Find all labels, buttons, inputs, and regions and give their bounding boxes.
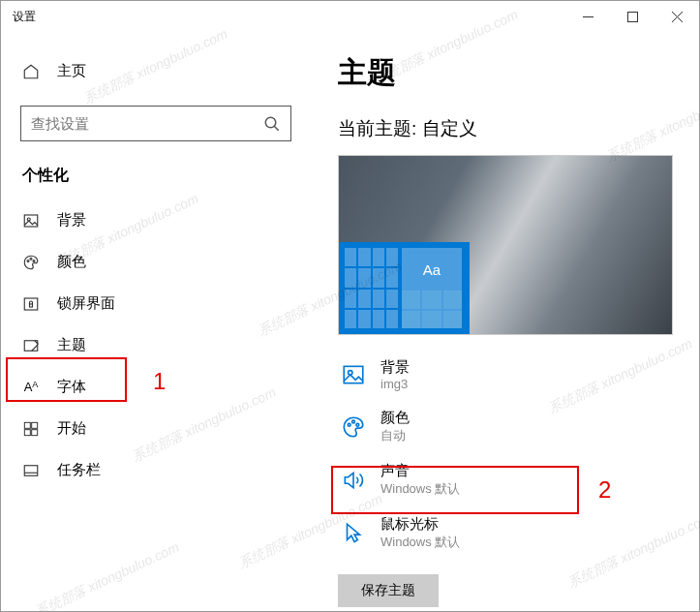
svg-point-4: [265, 117, 276, 128]
sidebar-item-label: 任务栏: [57, 461, 101, 479]
palette-icon: [22, 254, 40, 271]
palette-icon: [340, 413, 367, 441]
svg-rect-16: [24, 429, 30, 435]
sidebar: 主页 个性化 背景 颜色 锁屏界面: [1, 32, 311, 611]
sidebar-item-label: 锁屏界面: [57, 294, 115, 313]
window-title: 设置: [1, 9, 36, 25]
svg-rect-18: [24, 465, 38, 475]
svg-rect-17: [32, 429, 38, 435]
maximize-button[interactable]: [610, 1, 654, 32]
preview-desktop: Aa: [339, 242, 470, 334]
cursor-icon: [340, 520, 367, 547]
theme-preview[interactable]: Aa: [338, 155, 673, 335]
current-theme-label: 当前主题: 自定义: [338, 116, 672, 141]
sidebar-item-themes[interactable]: 主题: [1, 324, 311, 366]
prop-background[interactable]: 背景 img3: [338, 352, 672, 397]
svg-point-23: [352, 420, 355, 423]
prop-label: 声音: [380, 462, 460, 480]
svg-rect-15: [32, 422, 38, 428]
sidebar-item-label: 主题: [57, 336, 86, 354]
close-button[interactable]: [654, 1, 699, 32]
page-title: 主题: [338, 53, 672, 93]
picture-icon: [22, 212, 40, 230]
svg-point-9: [30, 258, 32, 260]
lockscreen-icon: [22, 295, 40, 313]
category-label: 个性化: [1, 166, 311, 199]
home-link[interactable]: 主页: [1, 56, 311, 86]
window-controls: [565, 1, 699, 32]
sidebar-item-label: 开始: [57, 419, 86, 438]
prop-value: Windows 默认: [380, 480, 460, 498]
prop-value: img3: [380, 377, 410, 391]
prop-label: 鼠标光标: [380, 515, 460, 534]
svg-point-22: [348, 423, 350, 426]
prop-sound[interactable]: 声音 Windows 默认: [338, 456, 672, 504]
svg-point-8: [27, 260, 29, 261]
sidebar-item-label: 颜色: [57, 253, 86, 271]
svg-rect-6: [24, 215, 38, 227]
svg-rect-20: [344, 366, 363, 382]
home-icon: [22, 63, 40, 80]
start-icon: [22, 421, 40, 437]
svg-line-5: [274, 126, 279, 131]
svg-point-24: [356, 423, 359, 426]
sidebar-item-colors[interactable]: 颜色: [1, 241, 311, 283]
home-label: 主页: [57, 62, 86, 80]
search-box[interactable]: [20, 106, 291, 141]
sound-icon: [340, 467, 367, 494]
sidebar-item-background[interactable]: 背景: [1, 199, 311, 241]
theme-icon: [22, 337, 40, 354]
prop-value: Windows 默认: [380, 534, 460, 551]
sidebar-item-fonts[interactable]: AA 字体: [1, 366, 311, 408]
taskbar-icon: [22, 462, 40, 479]
sidebar-item-taskbar[interactable]: 任务栏: [1, 449, 311, 491]
prop-cursor[interactable]: 鼠标光标 Windows 默认: [338, 509, 672, 557]
sidebar-item-label: 背景: [57, 211, 86, 230]
prop-color[interactable]: 颜色 自动: [338, 403, 672, 450]
sidebar-item-label: 字体: [57, 378, 86, 396]
prop-value: 自动: [380, 427, 410, 444]
search-input[interactable]: [31, 115, 263, 132]
svg-rect-12: [30, 304, 33, 307]
sidebar-item-lockscreen[interactable]: 锁屏界面: [1, 283, 311, 324]
preview-aa: Aa: [402, 248, 462, 291]
save-theme-button[interactable]: 保存主题: [338, 574, 439, 607]
picture-icon: [340, 361, 367, 388]
prop-label: 背景: [380, 358, 410, 377]
search-icon: [263, 115, 281, 133]
svg-point-10: [33, 260, 35, 261]
svg-rect-1: [627, 12, 637, 21]
minimize-button[interactable]: [565, 1, 610, 32]
title-bar: 设置: [1, 1, 699, 32]
sidebar-item-start[interactable]: 开始: [1, 408, 311, 449]
prop-label: 颜色: [380, 409, 410, 427]
main-content: 主题 当前主题: 自定义 Aa: [311, 32, 699, 611]
svg-rect-14: [24, 422, 30, 428]
font-icon: AA: [22, 380, 40, 394]
